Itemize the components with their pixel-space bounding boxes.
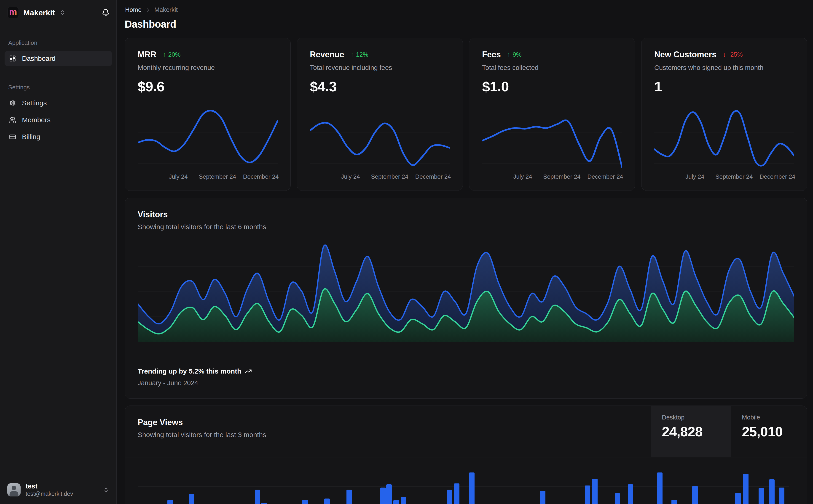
trending-up-icon: [245, 368, 252, 375]
page-title: Dashboard: [125, 19, 807, 30]
bar: [735, 493, 741, 504]
visitors-subtitle: Showing total visitors for the last 6 mo…: [138, 223, 794, 231]
sparkline-x-axis: July 24 September 24 December 24: [654, 173, 794, 181]
stat-trend-badge: ↑12%: [351, 51, 368, 58]
bar: [657, 472, 663, 504]
sparkline-x-axis: July 24 September 24 December 24: [138, 173, 278, 181]
visitors-area-chart: [138, 241, 794, 342]
workspace-name[interactable]: Makerkit: [23, 8, 55, 17]
bell-icon[interactable]: [102, 9, 109, 16]
sidebar-item-label: Dashboard: [22, 55, 56, 62]
bar: [386, 484, 392, 504]
bar: [692, 486, 698, 504]
stat-card-fees: Fees ↑9% Total fees collected $1.0 July …: [469, 38, 635, 191]
bar: [302, 500, 308, 504]
chevron-right-icon: [145, 7, 151, 13]
page-views-header: Page Views Showing total visitors for th…: [125, 406, 807, 457]
sidebar-nav: Application Dashboard Settings Settings …: [0, 39, 116, 144]
credit-card-icon: [9, 133, 16, 140]
sidebar-item-billing[interactable]: Billing: [5, 129, 112, 144]
page-views-subtitle: Showing total visitors for the last 3 mo…: [138, 431, 638, 439]
bar: [347, 490, 352, 504]
breadcrumb-current: Makerkit: [154, 6, 178, 13]
bar: [167, 500, 173, 504]
sparkline-x-axis: July 24 September 24 December 24: [310, 173, 450, 181]
trend-text: Trending up by 5.2% this month: [138, 367, 241, 375]
stat-title: Revenue: [310, 50, 344, 59]
x-tick: September 24: [371, 173, 408, 180]
sparkline-chart: [482, 104, 622, 170]
bar: [743, 474, 749, 504]
nav-section-settings: Settings: [8, 84, 108, 91]
page-views-bar-chart: [138, 457, 789, 504]
sparkline-chart: [654, 104, 794, 170]
stat-value: 1: [654, 78, 794, 95]
x-tick: September 24: [199, 173, 236, 180]
user-name: test: [26, 483, 73, 490]
x-tick: September 24: [715, 173, 753, 180]
sidebar-item-members[interactable]: Members: [5, 112, 112, 127]
stat-card-mrr: MRR ↑20% Monthly recurring revenue $9.6 …: [125, 38, 291, 191]
stat-value: $4.3: [310, 78, 450, 95]
arrow-up-icon: ↑: [163, 51, 166, 58]
bar: [585, 485, 590, 504]
sidebar-item-dashboard[interactable]: Dashboard: [5, 51, 112, 66]
sidebar: m Makerkit Application Dashboard Setting…: [0, 0, 117, 504]
tab-value: 24,828: [662, 424, 721, 440]
x-tick: September 24: [543, 173, 580, 180]
x-tick: July 24: [685, 173, 704, 180]
page-views-title: Page Views: [138, 418, 638, 427]
stat-description: Monthly recurring revenue: [138, 64, 278, 72]
bar: [540, 491, 545, 504]
arrow-up-icon: ↑: [507, 51, 510, 58]
gear-icon: [9, 100, 16, 106]
bar: [469, 472, 474, 504]
main-content: Home Makerkit Dashboard MRR ↑20% Monthly…: [117, 0, 813, 504]
trend-period: January - June 2024: [138, 379, 252, 387]
bar: [393, 500, 399, 504]
user-email: test@makerkit.dev: [26, 491, 73, 497]
x-tick: December 24: [243, 173, 279, 180]
bar: [672, 500, 677, 504]
sidebar-item-label: Settings: [22, 99, 47, 107]
bar: [592, 479, 597, 504]
bar: [189, 494, 194, 504]
x-tick: July 24: [169, 173, 187, 180]
layout-dashboard-icon: [9, 55, 16, 62]
stat-trend-badge: ↓-25%: [723, 51, 743, 58]
visitors-title: Visitors: [138, 210, 794, 219]
tab-label: Desktop: [662, 414, 721, 421]
x-tick: July 24: [513, 173, 532, 180]
bar: [255, 490, 260, 504]
stat-title: Fees: [482, 50, 501, 59]
stat-trend-badge: ↑20%: [163, 51, 181, 58]
bar: [759, 488, 764, 504]
tab-mobile[interactable]: Mobile 25,010: [731, 406, 807, 457]
stat-value: $9.6: [138, 78, 278, 95]
sidebar-item-settings[interactable]: Settings: [5, 95, 112, 111]
stat-description: Customers who signed up this month: [654, 64, 794, 72]
makerkit-logo[interactable]: m: [7, 7, 19, 18]
stat-card-revenue: Revenue ↑12% Total revenue including fee…: [297, 38, 463, 191]
user-menu[interactable]: test test@makerkit.dev: [5, 481, 111, 499]
tab-desktop[interactable]: Desktop 24,828: [651, 406, 731, 457]
stat-value: $1.0: [482, 78, 622, 95]
sparkline-chart: [138, 104, 278, 170]
bar: [779, 488, 784, 504]
breadcrumb-home[interactable]: Home: [125, 6, 141, 13]
stat-description: Total revenue including fees: [310, 64, 450, 72]
bar: [628, 484, 633, 504]
x-tick: July 24: [341, 173, 360, 180]
sidebar-item-label: Members: [22, 116, 50, 124]
stat-title: New Customers: [654, 50, 717, 59]
visitors-card: Visitors Showing total visitors for the …: [125, 198, 807, 399]
sparkline-x-axis: July 24 September 24 December 24: [482, 173, 622, 181]
bar: [324, 499, 330, 504]
bar: [769, 479, 775, 504]
stat-trend-badge: ↑9%: [507, 51, 522, 58]
bar: [454, 483, 459, 504]
bar: [261, 503, 267, 504]
nav-section-application: Application: [8, 39, 108, 46]
visitors-footer: Trending up by 5.2% this month January -…: [138, 367, 252, 387]
chevrons-up-down-icon[interactable]: [59, 10, 65, 16]
